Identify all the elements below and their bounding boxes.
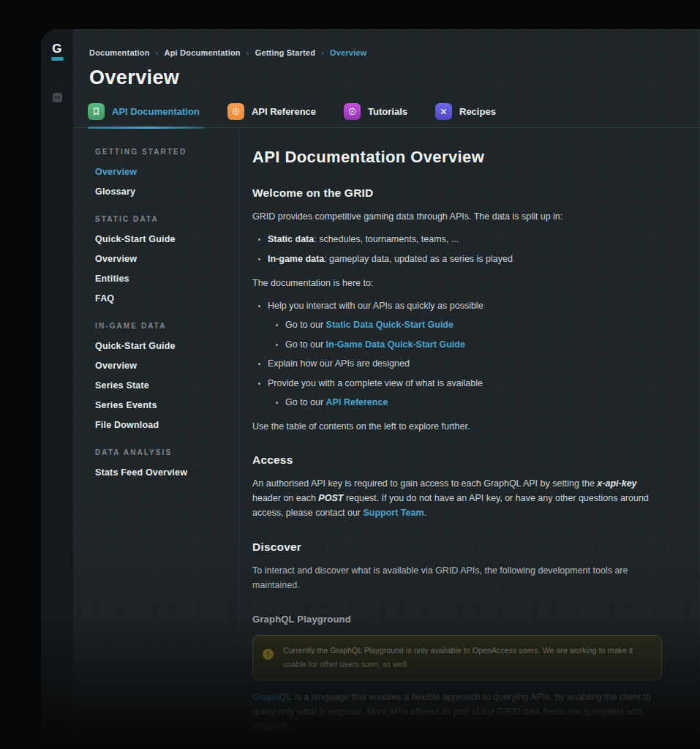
warning-text: Currently the GraphQL Playground is only… (283, 644, 650, 671)
breadcrumb-separator: › (246, 48, 249, 57)
inline-link-in-game-data-quick-start-guide[interactable]: In-Game Data Quick-Start Guide (326, 339, 465, 350)
text-segment: header on each (252, 493, 318, 503)
sidebar-nav: GETTING STARTEDOverviewGlossarySTATIC DA… (75, 128, 239, 737)
target-icon (227, 103, 244, 120)
content-heading-api-documentation-overview: API Documentation Overview (252, 148, 662, 167)
content-heading-discover: Discover (252, 541, 662, 554)
nav-section-in-game-data: IN-GAME DATAQuick-Start GuideOverviewSer… (95, 322, 231, 430)
bullet-item: In-game data: gameplay data, updated as … (268, 252, 662, 266)
text-segment: x-api-key (597, 478, 636, 489)
app-window: G Documentation›Api Documentation›Gettin… (41, 29, 700, 737)
tab-tutorials[interactable]: Tutorials (344, 103, 407, 127)
sidebar-item-quick-start-guide[interactable]: Quick-Start Guide (95, 234, 231, 244)
sidebar-item-overview[interactable]: Overview (95, 361, 231, 371)
warning-callout: !Currently the GraphQL Playground is onl… (252, 635, 662, 680)
paragraph: An authorised API key is required to gai… (252, 476, 662, 521)
bullet-list: Help you interact with our APIs as quick… (252, 299, 662, 410)
bullet-list: Go to our API Reference (268, 396, 662, 410)
text-segment: : schedules, tournaments, teams, ... (314, 234, 459, 244)
paragraph: GraphQL is a language that enables a fle… (252, 690, 662, 734)
bullet-item: Go to our API Reference (285, 396, 662, 410)
tab-recipes[interactable]: Recipes (435, 103, 496, 127)
inline-link-api-reference[interactable]: API Reference (326, 397, 388, 407)
paragraph: Use the table of contents on the left to… (252, 419, 662, 434)
nav-section-static-data: STATIC DATAQuick-Start GuideOverviewEnti… (95, 215, 231, 304)
text-segment: Explain how our APIs are designed (268, 358, 410, 369)
text-segment: Help you interact with our APIs as quick… (268, 301, 483, 311)
bookmark-icon (88, 103, 105, 120)
breadcrumb-item-documentation[interactable]: Documentation (89, 48, 150, 57)
text-segment: In-game data (268, 254, 324, 264)
sidebar-item-quick-start-guide[interactable]: Quick-Start Guide (95, 341, 231, 351)
paragraph: The documentation is here to: (252, 276, 662, 290)
warning-icon: ! (263, 649, 274, 660)
paragraph: To interact and discover what is availab… (252, 563, 662, 593)
content-heading-welcome-on-the-grid: Welcome on the GRID (252, 187, 662, 200)
paragraph: GRID provides competitive gaming data th… (252, 209, 662, 224)
content-heading-access: Access (252, 453, 662, 467)
grid-logo: G (51, 42, 64, 61)
text-segment: Use the table of contents on the left to… (252, 421, 470, 432)
sidebar-item-entities[interactable]: Entities (95, 274, 231, 284)
text-segment: GRID provides competitive gaming data th… (252, 211, 562, 222)
text-segment: : gameplay data, updated as a series is … (324, 254, 513, 264)
bullet-item: Provide you with a complete view of what… (268, 377, 662, 410)
tab-api-documentation[interactable]: API Documentation (88, 103, 200, 127)
sidebar-item-stats-feed-overview[interactable]: Stats Feed Overview (95, 467, 231, 478)
article: API Documentation OverviewWelcome on the… (239, 128, 662, 737)
content-heading-graphql-playground: GraphQL Playground (252, 614, 662, 625)
bullet-item: Go to our Static Data Quick-Start Guide (285, 318, 662, 332)
nav-section-getting-started: GETTING STARTEDOverviewGlossary (95, 148, 231, 197)
compass-icon (344, 103, 361, 120)
sidebar-item-series-state[interactable]: Series State (95, 380, 231, 391)
text-segment: Provide you with a complete view of what… (268, 378, 483, 388)
text-segment: Static data (268, 234, 314, 244)
bullet-item: Static data: schedules, tournaments, tea… (268, 233, 662, 246)
grid-logo-bar (51, 57, 64, 61)
inline-link-graphql[interactable]: GraphQL (252, 692, 292, 702)
breadcrumb-separator: › (321, 48, 324, 57)
text-segment: POST (318, 493, 343, 503)
sidebar-item-overview[interactable]: Overview (95, 254, 231, 264)
tab-bar: API DocumentationAPI ReferenceTutorialsR… (75, 103, 700, 128)
sidebar-item-series-events[interactable]: Series Events (95, 400, 231, 410)
sidebar-item-file-download[interactable]: File Download (95, 420, 231, 430)
bullet-list: Static data: schedules, tournaments, tea… (252, 233, 662, 266)
apps-icon[interactable] (51, 91, 63, 103)
page-header: Documentation›Api Documentation›Getting … (75, 29, 700, 89)
breadcrumb-item-getting-started[interactable]: Getting Started (255, 48, 315, 57)
bullet-item: Go to our In-Game Data Quick-Start Guide (285, 338, 662, 352)
text-segment: An authorised API key is required to gai… (252, 478, 597, 489)
text-segment: Go to our (285, 339, 326, 350)
tab-label: API Documentation (112, 106, 200, 117)
breadcrumb: Documentation›Api Documentation›Getting … (89, 48, 700, 57)
body-row: GETTING STARTEDOverviewGlossarySTATIC DA… (75, 128, 700, 737)
tab-api-reference[interactable]: API Reference (227, 103, 316, 127)
breadcrumb-separator: › (156, 48, 159, 57)
nav-section-title: STATIC DATA (95, 215, 231, 223)
breadcrumb-item-api-documentation[interactable]: Api Documentation (165, 48, 241, 57)
text-segment: Go to our (285, 397, 326, 407)
grid-logo-letter: G (52, 42, 62, 55)
text-segment: is a language that enables a flexible ap… (252, 692, 651, 732)
text-segment: Go to our (285, 320, 326, 330)
sidebar-item-glossary[interactable]: Glossary (95, 187, 231, 197)
nav-section-data-analysis: DATA ANALYSISStats Feed Overview (95, 448, 231, 478)
left-rail: G (41, 29, 74, 737)
tools-icon (435, 103, 452, 120)
text-segment: The documentation is here to: (252, 278, 373, 288)
text-segment: To interact and discover what is availab… (252, 565, 628, 590)
bullet-item: Help you interact with our APIs as quick… (268, 299, 662, 351)
breadcrumb-item-overview: Overview (330, 48, 367, 57)
bullet-list: Go to our Static Data Quick-Start GuideG… (268, 318, 662, 352)
sidebar-item-overview[interactable]: Overview (95, 167, 231, 177)
bullet-item: Explain how our APIs are designed (268, 357, 662, 371)
inline-link-static-data-quick-start-guide[interactable]: Static Data Quick-Start Guide (326, 320, 454, 330)
main-column: Documentation›Api Documentation›Getting … (75, 29, 700, 737)
page-title: Overview (89, 67, 700, 89)
inline-link-support-team[interactable]: Support Team (363, 508, 424, 518)
tab-label: API Reference (252, 106, 316, 117)
sidebar-item-faq[interactable]: FAQ (95, 293, 231, 304)
text-segment: . (424, 508, 426, 518)
tab-label: Recipes (459, 106, 496, 117)
